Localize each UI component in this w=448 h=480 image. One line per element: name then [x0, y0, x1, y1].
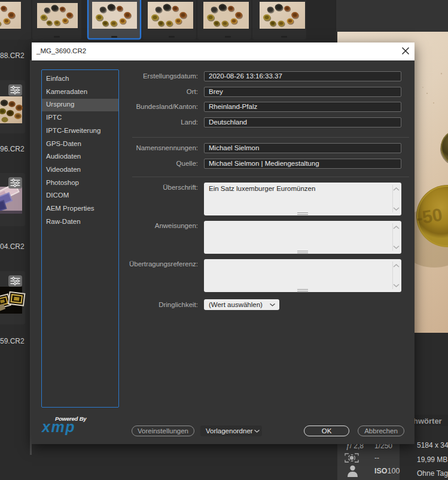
svg-text:-50: -50: [415, 205, 444, 228]
svg-text:xmp: xmp: [41, 418, 75, 435]
